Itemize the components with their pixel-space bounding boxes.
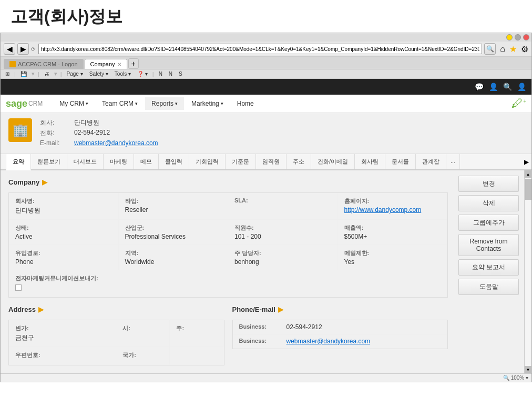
minimize-btn[interactable] bbox=[506, 34, 513, 40]
chevron-down-icon-4: ▾ bbox=[221, 101, 223, 106]
page-title: 고객(회사)정보 bbox=[0, 0, 532, 33]
toolbar-skype[interactable]: S bbox=[177, 70, 184, 77]
sub-tab-summary[interactable]: 요약 bbox=[6, 154, 31, 170]
field-value-source: Phone bbox=[15, 258, 112, 266]
chevron-down-icon-2: ▾ bbox=[135, 101, 138, 106]
sidebar-buttons: 변경 삭제 그룹에추가 Remove from Contacts 요약 보고서 … bbox=[456, 170, 524, 373]
forward-btn[interactable]: ▶ bbox=[17, 43, 29, 55]
help-menu[interactable]: ❓ ▾ bbox=[136, 70, 149, 77]
field-type: 타입: Reseller bbox=[119, 193, 229, 220]
scroll-up-btn[interactable]: ▲ bbox=[525, 170, 532, 178]
sage-text: sage bbox=[6, 98, 27, 109]
sub-tab-staff[interactable]: 임직원 bbox=[256, 154, 287, 169]
sub-tab-team[interactable]: 회사팀 bbox=[355, 154, 385, 169]
search-btn[interactable]: 🔍 bbox=[484, 43, 496, 55]
nav-team-crm[interactable]: Team CRM ▾ bbox=[96, 97, 144, 110]
content-area: Company ▶ 회사명: 단디병원 타입: Reseller SLA: bbox=[1, 170, 456, 373]
field-territory: 지역: Worldwide bbox=[119, 245, 229, 270]
maximize-btn[interactable] bbox=[515, 34, 521, 40]
field-label-industry: 산업군: bbox=[125, 224, 222, 232]
favorites-icon[interactable]: ★ bbox=[509, 44, 517, 54]
edit-btn[interactable]: 변경 bbox=[458, 176, 519, 192]
sub-tabs: 요약 뿐론보기 대시보드 마케팅 메모 콜입력 기회입력 기준문 임직원 주소 … bbox=[1, 154, 531, 170]
address-arrow-icon[interactable]: ▶ bbox=[38, 306, 44, 313]
field-label-marketing: 전자마케팅커뮤니케이션보내기: bbox=[15, 274, 441, 282]
summary-report-btn[interactable]: 요약 보고서 bbox=[458, 259, 519, 276]
add-record-btn[interactable]: 🖊+ bbox=[511, 97, 526, 110]
tab-company[interactable]: Company ✕ bbox=[85, 59, 127, 69]
sub-tab-docs[interactable]: 문서를 bbox=[385, 154, 416, 169]
sub-tab-relation[interactable]: 관계잡 bbox=[416, 154, 446, 169]
toolbar-print[interactable]: 🖨 bbox=[43, 70, 51, 77]
toolbar-floppy[interactable]: 💾 bbox=[19, 70, 28, 77]
sub-tab-dashboard[interactable]: 대시보드 bbox=[67, 154, 104, 169]
safety-menu[interactable]: Safety ▾ bbox=[88, 70, 110, 77]
company-name-value: 단디병원 bbox=[74, 118, 99, 127]
toolbar-icon-1[interactable]: ⊞ bbox=[4, 70, 11, 77]
back-btn[interactable]: ◀ bbox=[4, 43, 15, 55]
sub-tab-memo[interactable]: 메모 bbox=[134, 154, 159, 169]
toolbar-extra1[interactable]: N bbox=[157, 70, 164, 77]
nav-my-crm[interactable]: My CRM ▾ bbox=[53, 97, 95, 110]
delete-btn[interactable]: 삭제 bbox=[458, 195, 519, 211]
profile-icon[interactable]: 👤 bbox=[517, 83, 526, 91]
nav-reports[interactable]: Reports ▾ bbox=[145, 97, 184, 110]
nav-home[interactable]: Home bbox=[231, 97, 260, 110]
toolbar-extra2[interactable]: N bbox=[167, 70, 174, 77]
sub-tab-contact[interactable]: 건화/이메일 bbox=[311, 154, 355, 169]
phone-section-label: Phone/E-mail bbox=[232, 306, 275, 313]
phone-grid: Business: 02-594-2912 Business: webmaste… bbox=[232, 320, 448, 349]
address-input[interactable] bbox=[38, 44, 482, 54]
tab-close-btn[interactable]: ✕ bbox=[117, 62, 121, 67]
tab-label-1: ACCPAC CRM - Logon bbox=[18, 61, 78, 67]
scrollbar[interactable]: ▲ ▼ bbox=[524, 170, 531, 373]
company-section-label: Company bbox=[8, 178, 39, 186]
crm-nav: sage CRM My CRM ▾ Team CRM ▾ Reports ▾ M… bbox=[1, 95, 531, 113]
field-company-name: 회사명: 단디병원 bbox=[9, 193, 119, 220]
page-menu[interactable]: Page ▾ bbox=[65, 70, 85, 77]
phone-row-1: Business: 02-594-2912 bbox=[233, 320, 448, 334]
home-icon[interactable]: ⌂ bbox=[500, 44, 505, 54]
tools-menu[interactable]: Tools ▾ bbox=[113, 70, 132, 77]
help-btn[interactable]: 도움말 bbox=[458, 279, 519, 295]
tools-icon[interactable]: ⚙ bbox=[521, 44, 528, 54]
address-bar: ◀ ▶ ⟳ 🔍 ⌂ ★ ⚙ bbox=[1, 42, 531, 57]
field-value-company-name: 단디병원 bbox=[15, 206, 112, 215]
scroll-down-btn[interactable]: ▼ bbox=[525, 366, 532, 373]
phone-email-link[interactable]: webmaster@dandykorea.com bbox=[287, 338, 371, 345]
remove-contacts-btn[interactable]: Remove from Contacts bbox=[458, 234, 519, 256]
field-email-limit: 메일제한: Yes bbox=[338, 245, 448, 270]
add-group-btn[interactable]: 그룹에추가 bbox=[458, 215, 519, 231]
chat-icon[interactable]: 💬 bbox=[475, 83, 484, 91]
marketing-checkbox[interactable] bbox=[15, 284, 22, 291]
field-value-employees: 101 - 200 bbox=[234, 233, 331, 240]
new-tab-btn[interactable]: + bbox=[128, 58, 139, 69]
sub-tab-address[interactable]: 주소 bbox=[287, 154, 311, 169]
field-value-type: Reseller bbox=[125, 206, 222, 213]
user-icon[interactable]: 👤 bbox=[489, 83, 498, 91]
sub-tab-call[interactable]: 콜입력 bbox=[159, 154, 189, 169]
black-bar: 💬 👤 🔍 👤 bbox=[1, 79, 531, 95]
field-label-contact: 주 담당자: bbox=[234, 249, 331, 257]
sub-tab-marketing[interactable]: 마케팅 bbox=[104, 154, 134, 169]
sub-tab-base[interactable]: 기준문 bbox=[226, 154, 256, 169]
main-content-wrapper: Company ▶ 회사명: 단디병원 타입: Reseller SLA: bbox=[1, 170, 531, 373]
phone-arrow-icon[interactable]: ▶ bbox=[278, 306, 283, 313]
scroll-thumb[interactable] bbox=[525, 179, 531, 200]
close-btn[interactable] bbox=[523, 34, 529, 40]
address-section: Address ▶ 변가: 금천구 시: 주: bbox=[8, 306, 224, 365]
sub-tab-view[interactable]: 뿐론보기 bbox=[31, 154, 67, 169]
section-arrow-icon[interactable]: ▶ bbox=[42, 178, 47, 186]
addr-country: 국가: bbox=[116, 347, 170, 365]
sub-tab-more[interactable]: ... bbox=[446, 154, 460, 169]
company-email-link[interactable]: webmaster@dandykorea.com bbox=[74, 139, 158, 147]
field-label-source: 유입경로: bbox=[15, 249, 112, 257]
field-value-website[interactable]: http://www.dandycomp.com bbox=[344, 206, 422, 213]
company-header: 🏢 회사: 단디병원 전화: 02-594-2912 E-mail: webma… bbox=[1, 113, 531, 154]
search-icon[interactable]: 🔍 bbox=[503, 83, 512, 91]
sub-tab-opportunity[interactable]: 기회입력 bbox=[189, 154, 226, 169]
addr-state-label: 주: bbox=[176, 324, 217, 332]
tab-accpac[interactable]: ACCPAC CRM - Logon bbox=[4, 59, 84, 69]
sub-tab-scroll[interactable]: ▶ bbox=[521, 154, 531, 169]
nav-marketing[interactable]: Marketing ▾ bbox=[185, 97, 230, 110]
